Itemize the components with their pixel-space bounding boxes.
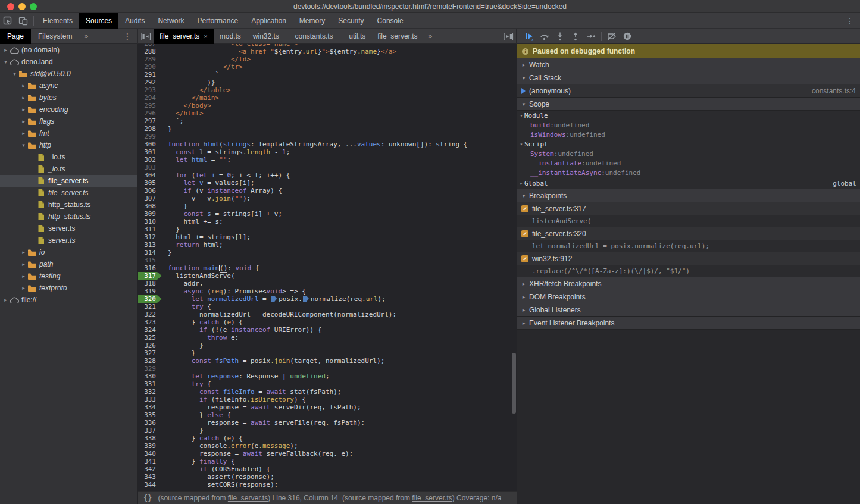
- navigator-menu-kebab-icon[interactable]: ⋮: [122, 32, 133, 41]
- line-number[interactable]: 289: [138, 55, 162, 63]
- step-into-icon[interactable]: [552, 29, 568, 43]
- breakpoint-checkbox[interactable]: ✓: [521, 205, 528, 212]
- tree-item-file[interactable]: ▸file://: [0, 294, 137, 306]
- inline-breakpoint-marker[interactable]: [271, 296, 277, 302]
- navigator-overflow-chevron[interactable]: »: [79, 32, 93, 40]
- line-number[interactable]: 337: [138, 427, 162, 434]
- line-number[interactable]: 304: [138, 171, 162, 179]
- breakpoint-checkbox[interactable]: ✓: [521, 230, 528, 237]
- line-number[interactable]: 335: [138, 411, 162, 419]
- tree-item-bytes[interactable]: ▸bytes: [0, 92, 137, 104]
- line-number[interactable]: 296: [138, 109, 162, 117]
- tree-item-encoding[interactable]: ▸encoding: [0, 104, 137, 115]
- breakpoint-code[interactable]: listenAndServe(: [517, 215, 860, 227]
- tree-item-server.ts[interactable]: server.ts: [0, 223, 137, 234]
- chevron-right-icon[interactable]: ▸: [20, 285, 27, 291]
- close-tab-icon[interactable]: ×: [204, 33, 207, 40]
- code-editor[interactable]: 287 <td class="name">288 <a href="${entr…: [138, 44, 517, 491]
- chevron-down-icon[interactable]: ▾: [20, 142, 27, 148]
- line-number[interactable]: 305: [138, 179, 162, 187]
- breakpoint-line-number[interactable]: 317: [138, 272, 162, 280]
- tree-item-http[interactable]: ▾http: [0, 139, 137, 151]
- tree-item-_io.ts[interactable]: _io.ts: [0, 151, 137, 163]
- section-header-breakpoints[interactable]: ▾Breakpoints: [517, 189, 860, 202]
- tab-performance[interactable]: Performance: [190, 13, 245, 29]
- scope-variable[interactable]: __instantiate: undefined: [517, 158, 860, 168]
- line-number[interactable]: 330: [138, 372, 162, 380]
- breakpoint-line-number[interactable]: 320: [138, 295, 162, 303]
- tree-item-file_server.ts[interactable]: file_server.ts: [0, 187, 137, 199]
- editor-tab-_constants.ts[interactable]: _constants.ts: [285, 29, 339, 44]
- tree-item-_io.ts[interactable]: _io.ts: [0, 163, 137, 175]
- line-number[interactable]: 292: [138, 79, 162, 86]
- section-header-scope[interactable]: ▾Scope: [517, 98, 860, 111]
- scope-variable[interactable]: System: undefined: [517, 149, 860, 158]
- tab-console[interactable]: Console: [371, 13, 410, 29]
- line-number[interactable]: 331: [138, 380, 162, 388]
- breakpoint-checkbox[interactable]: ✓: [521, 255, 528, 262]
- tab-audits[interactable]: Audits: [118, 13, 151, 29]
- line-number[interactable]: 298: [138, 125, 162, 133]
- line-number[interactable]: 306: [138, 187, 162, 195]
- line-number[interactable]: 300: [138, 140, 162, 148]
- line-number[interactable]: 295: [138, 102, 162, 109]
- line-number[interactable]: 316: [138, 264, 162, 272]
- line-number[interactable]: 329: [138, 365, 162, 372]
- chevron-right-icon[interactable]: ▸: [20, 273, 27, 279]
- breakpoint-code[interactable]: .replace(/^\/*([A-Za-z]:)(\/|$)/, "$1/"): [517, 265, 860, 277]
- breakpoint-title-row[interactable]: ✓win32.ts:912: [517, 252, 860, 265]
- section-header-event-listener-breakpoints[interactable]: ▸Event Listener Breakpoints: [517, 317, 860, 330]
- source-map-link[interactable]: file_server.ts: [228, 494, 268, 502]
- line-number[interactable]: 321: [138, 303, 162, 311]
- breakpoint-title-row[interactable]: ✓file_server.ts:320: [517, 227, 860, 240]
- chevron-right-icon[interactable]: ▸: [20, 249, 27, 255]
- scope-group-script[interactable]: ▾Script: [517, 139, 860, 149]
- collapse-debugger-icon[interactable]: [501, 29, 516, 43]
- line-number[interactable]: 310: [138, 218, 162, 226]
- tree-item-async[interactable]: ▸async: [0, 80, 137, 92]
- line-number[interactable]: 318: [138, 280, 162, 287]
- line-number[interactable]: 291: [138, 71, 162, 79]
- tree-item-path[interactable]: ▸path: [0, 258, 137, 270]
- editor-tab-file_server.ts[interactable]: file_server.ts×: [154, 29, 214, 44]
- editor-tab-mod.ts[interactable]: mod.ts: [214, 29, 247, 44]
- resume-icon[interactable]: [521, 29, 537, 43]
- line-number[interactable]: 341: [138, 458, 162, 465]
- tree-item-file_server.ts[interactable]: file_server.ts: [0, 175, 137, 187]
- tree-item-std@v0.50.0[interactable]: ▾std@v0.50.0: [0, 68, 137, 80]
- chevron-right-icon[interactable]: ▸: [20, 83, 27, 89]
- tab-application[interactable]: Application: [245, 13, 293, 29]
- editor-tabs-overflow-chevron[interactable]: »: [424, 32, 437, 40]
- deactivate-breakpoints-icon[interactable]: [604, 29, 620, 43]
- navigator-tab-page[interactable]: Page: [0, 29, 31, 44]
- tree-item-deno.land[interactable]: ▾deno.land: [0, 56, 137, 68]
- scope-variable[interactable]: isWindows: undefined: [517, 130, 860, 139]
- tree-item-fmt[interactable]: ▸fmt: [0, 127, 137, 139]
- pretty-print-icon[interactable]: {}: [143, 494, 152, 502]
- line-number[interactable]: 332: [138, 388, 162, 396]
- scope-variable[interactable]: build: undefined: [517, 120, 860, 130]
- line-number[interactable]: 319: [138, 287, 162, 295]
- line-number[interactable]: 302: [138, 156, 162, 164]
- pause-on-exceptions-icon[interactable]: [620, 29, 635, 43]
- tree-item-server.ts[interactable]: server.ts: [0, 234, 137, 246]
- line-number[interactable]: 290: [138, 63, 162, 71]
- breakpoint-code[interactable]: let normalizedUrl = posix.normalize(req.…: [517, 240, 860, 252]
- line-number[interactable]: 313: [138, 241, 162, 249]
- line-number[interactable]: 343: [138, 473, 162, 481]
- line-number[interactable]: 301: [138, 148, 162, 156]
- line-number[interactable]: 315: [138, 256, 162, 264]
- line-number[interactable]: 324: [138, 326, 162, 334]
- line-number[interactable]: 294: [138, 94, 162, 102]
- section-header-watch[interactable]: ▸Watch: [517, 58, 860, 71]
- chevron-right-icon[interactable]: ▸: [2, 47, 9, 53]
- tree-item-nodomain[interactable]: ▸(no domain): [0, 44, 137, 56]
- chevron-right-icon[interactable]: ▸: [20, 130, 27, 136]
- chevron-right-icon[interactable]: ▸: [20, 107, 27, 112]
- editor-tab-win32.ts[interactable]: win32.ts: [247, 29, 285, 44]
- step-out-icon[interactable]: [568, 29, 583, 43]
- line-number[interactable]: 328: [138, 357, 162, 365]
- breakpoint-title-row[interactable]: ✓file_server.ts:317: [517, 202, 860, 215]
- scope-group-module[interactable]: ▾Module: [517, 111, 860, 120]
- tab-memory[interactable]: Memory: [293, 13, 332, 29]
